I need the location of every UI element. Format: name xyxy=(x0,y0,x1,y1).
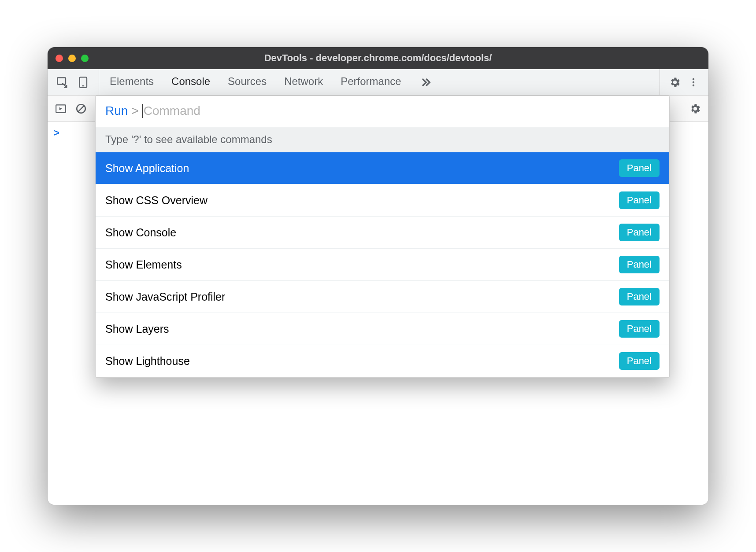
command-arrow: > xyxy=(131,104,138,118)
command-item-badge: Panel xyxy=(619,224,660,241)
tab-console[interactable]: Console xyxy=(171,69,210,95)
command-item-label: Show Layers xyxy=(105,323,169,335)
command-item-label: Show Application xyxy=(105,162,189,175)
command-item-show-layers[interactable]: Show Layers Panel xyxy=(96,313,669,345)
command-item-badge: Panel xyxy=(619,256,660,273)
toolbar-right xyxy=(660,69,708,95)
panel-tabs: Elements Console Sources Network Perform… xyxy=(99,69,660,95)
titlebar: DevTools - developer.chrome.com/docs/dev… xyxy=(48,47,708,69)
command-menu: Run > Command Type '?' to see available … xyxy=(95,96,670,378)
command-item-label: Show CSS Overview xyxy=(105,194,208,207)
tab-sources[interactable]: Sources xyxy=(228,69,267,95)
command-item-label: Show JavaScript Profiler xyxy=(105,291,225,303)
devtools-window: DevTools - developer.chrome.com/docs/dev… xyxy=(48,47,708,505)
minimize-window-button[interactable] xyxy=(68,55,76,62)
command-item-show-css-overview[interactable]: Show CSS Overview Panel xyxy=(96,184,669,217)
command-item-show-elements[interactable]: Show Elements Panel xyxy=(96,249,669,281)
tab-performance[interactable]: Performance xyxy=(341,69,401,95)
command-input-row[interactable]: Run > Command xyxy=(96,96,669,127)
toggle-sidebar-icon[interactable] xyxy=(54,102,68,116)
zoom-window-button[interactable] xyxy=(81,55,89,62)
traffic-lights xyxy=(56,55,89,62)
inspect-element-icon[interactable] xyxy=(56,75,70,89)
command-item-badge: Panel xyxy=(619,320,660,338)
svg-marker-7 xyxy=(59,107,63,110)
toolbar: Elements Console Sources Network Perform… xyxy=(48,69,708,96)
tab-network[interactable]: Network xyxy=(284,69,323,95)
kebab-menu-icon[interactable] xyxy=(686,75,700,89)
device-toolbar-icon[interactable] xyxy=(77,75,91,89)
command-hint: Type '?' to see available commands xyxy=(96,127,669,152)
command-item-badge: Panel xyxy=(619,191,660,209)
console-prompt-icon[interactable]: > xyxy=(54,127,59,138)
svg-rect-0 xyxy=(57,77,66,84)
more-tabs-icon[interactable] xyxy=(419,75,433,89)
command-item-badge: Panel xyxy=(619,352,660,370)
svg-line-9 xyxy=(78,105,84,112)
command-input[interactable]: Command xyxy=(142,104,200,118)
settings-icon[interactable] xyxy=(668,75,682,89)
svg-point-5 xyxy=(693,84,694,86)
command-item-badge: Panel xyxy=(619,159,660,177)
command-prefix: Run xyxy=(105,104,128,118)
command-item-show-js-profiler[interactable]: Show JavaScript Profiler Panel xyxy=(96,281,669,313)
clear-console-icon[interactable] xyxy=(74,102,88,116)
svg-point-3 xyxy=(693,78,694,80)
command-item-label: Show Elements xyxy=(105,258,182,271)
command-item-show-application[interactable]: Show Application Panel xyxy=(96,152,669,184)
toolbar-left xyxy=(48,69,99,95)
tab-elements[interactable]: Elements xyxy=(110,69,154,95)
command-item-label: Show Console xyxy=(105,226,176,239)
command-item-badge: Panel xyxy=(619,288,660,305)
window-title: DevTools - developer.chrome.com/docs/dev… xyxy=(48,52,708,64)
close-window-button[interactable] xyxy=(56,55,63,62)
console-settings-icon[interactable] xyxy=(688,102,702,116)
command-item-show-console[interactable]: Show Console Panel xyxy=(96,217,669,249)
command-item-label: Show Lighthouse xyxy=(105,355,190,368)
command-list: Show Application Panel Show CSS Overview… xyxy=(96,152,669,377)
svg-point-4 xyxy=(693,81,694,83)
command-item-show-lighthouse[interactable]: Show Lighthouse Panel xyxy=(96,345,669,377)
